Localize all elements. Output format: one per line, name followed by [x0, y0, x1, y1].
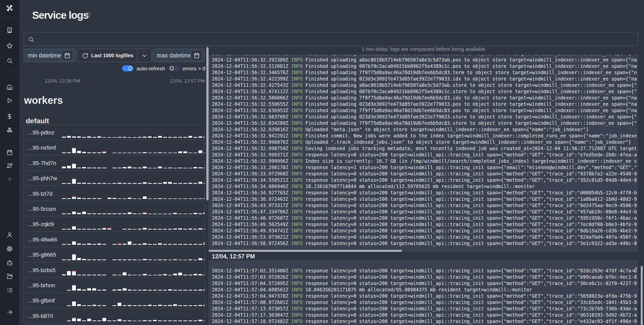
robot-icon[interactable] [0, 259, 19, 266]
worker-name: ...95-pdtnz [28, 129, 54, 136]
worker-activity-sparkline [62, 201, 205, 216]
log-line: 2024-12-04T11:56:34.927765Z INFO respons… [212, 190, 637, 196]
log-line: 2024-12-04T11:56:33.972960Z INFO respons… [212, 171, 637, 177]
log-line: 2024-12-04T11:56:32.506066Z INFO Finishe… [212, 95, 637, 101]
sidebar-divider [0, 72, 19, 72]
sidebar-divider [0, 17, 19, 17]
log-line: 2024-12-04T11:56:49.934741Z INFO respons… [212, 228, 637, 234]
worker-row[interactable]: ...95-zqkt9 [24, 216, 205, 232]
calendar-icon[interactable] [0, 149, 19, 156]
log-line: 2024-12-04T11:57:03.972826Z INFO respons… [212, 274, 637, 280]
log-line: 2024-12-04T11:56:38.972463Z INFO respons… [212, 196, 637, 202]
worker-activity-sparkline [62, 262, 205, 277]
folder-icon[interactable] [0, 273, 19, 280]
worker-row[interactable]: ...95-7hd7n [24, 155, 205, 171]
worker-row[interactable]: ...95-pdtnz [24, 125, 205, 140]
worker-name: ...95-zqkt9 [28, 221, 54, 228]
worker-activity-sparkline [62, 278, 205, 293]
errors-toggle[interactable] [169, 65, 180, 71]
worker-activity-sparkline [62, 186, 205, 201]
star-icon[interactable] [0, 43, 19, 49]
worker-row[interactable]: ...95-5rcsm [24, 201, 205, 216]
log-line: 2024-12-04T11:56:43.973317Z INFO respons… [212, 202, 637, 209]
min-datetime-placeholder: min datetime [28, 52, 61, 59]
log-line: 2024-12-04T11:57:04.947378Z INFO respons… [212, 293, 637, 299]
worker-row[interactable]: ...95-48w66 [24, 232, 205, 247]
list-icon[interactable] [0, 287, 19, 294]
worker-row[interactable]: ...95-bzbs5 [24, 262, 205, 278]
worker-name: ...95-7hd7n [28, 160, 56, 167]
person-icon[interactable] [0, 232, 19, 238]
expand-icon[interactable] [632, 267, 638, 272]
log-line: 2024-12-04T11:56:32.636953Z INFO Finishe… [212, 107, 637, 114]
min-datetime-field[interactable]: min datetime [24, 49, 76, 62]
play-icon[interactable] [0, 97, 19, 104]
log-line: 2024-12-04T11:57:17.363047Z INFO respons… [212, 312, 637, 318]
worker-name: ...95-tzl7d [28, 191, 53, 197]
worker-name: ...95-g8665 [28, 252, 56, 258]
worker-name: ...95-gfbmf [28, 297, 55, 304]
chevron-down-icon[interactable] [141, 53, 147, 59]
calendar-icon [64, 52, 71, 59]
workers-scrollbar[interactable] [206, 47, 209, 200]
worker-name: ...95-bzbs5 [28, 267, 56, 274]
sidebar [0, 0, 19, 325]
logfiles-dropdown[interactable]: Last 1000 logfiles [77, 49, 152, 62]
worker-activity-sparkline [62, 155, 205, 170]
log-delay-notice: 1 min delay: logs are compacted before b… [209, 46, 638, 52]
gear-icon[interactable] [0, 246, 19, 252]
log-horizontal-scrollbar[interactable] [209, 250, 402, 252]
refresh-icon [82, 53, 88, 58]
info-icon[interactable] [85, 12, 91, 17]
max-datetime-field[interactable]: max datetime [152, 49, 205, 62]
worker-list: ...95-pdtnz...95-ns5mf...95-7hd7n...95-p… [24, 125, 205, 323]
log-line: 2024-12-04T11:57:02.351480Z INFO respons… [212, 268, 637, 274]
plus-icon[interactable] [0, 176, 19, 182]
window-scrollbar[interactable] [641, 266, 643, 325]
worker-group-heading: default [26, 117, 49, 125]
dollar-icon[interactable] [0, 113, 19, 120]
windmill-logo[interactable] [0, 3, 19, 13]
worker-activity-sparkline [62, 125, 205, 140]
errors-label: errors > 0 [183, 66, 205, 72]
log-line: 2024-12-04T11:56:32.550655Z INFO Finishe… [212, 101, 637, 107]
log-section-1: 2024-12-04T11:56:32.281073Z INFO Finishe… [209, 55, 638, 252]
home-icon[interactable] [0, 84, 19, 90]
log-line: 2024-12-04T11:56:32.346576Z INFO Finishe… [212, 69, 637, 76]
log-line: 2024-12-04T11:56:32.939816Z INFO Uploade… [212, 126, 637, 133]
log-line: 2024-12-04T11:56:32.996076Z INFO Uploade… [212, 139, 637, 145]
worker-row[interactable]: ...95-g8665 [24, 247, 205, 262]
log-line: 2024-12-04T11:56:48.972687Z INFO respons… [212, 215, 637, 221]
log-section-2-header: 12/04, 12:57 PM [212, 253, 255, 260]
log-line: 2024-12-04T11:56:33.298170Z INFO respons… [212, 164, 637, 171]
worker-row[interactable]: ...95-brhnn [24, 277, 205, 293]
log-line: 2024-12-04T11:56:32.998759Z INFO Saving … [212, 145, 637, 152]
search-input[interactable] [37, 33, 619, 45]
worker-activity-sparkline [62, 171, 205, 186]
log-line: 2024-12-04T11:57:18.972482Z INFO respons… [212, 318, 637, 324]
worker-row[interactable]: ...95-phh7w [24, 170, 205, 186]
worker-activity-sparkline [62, 247, 205, 262]
calendar-icon [193, 52, 200, 59]
cubes-icon[interactable] [0, 127, 19, 133]
max-datetime-calendar-button[interactable] [191, 50, 203, 61]
worker-name: ...95-b87rl [28, 313, 53, 319]
search-icon[interactable] [0, 58, 19, 64]
log-line: 2024-12-04T11:56:32.422399Z INFO Finishe… [212, 76, 637, 82]
worker-name: ...95-ns5mf [28, 145, 56, 151]
log-line: 2024-12-04T11:56:49.562549Z INFO respons… [212, 221, 637, 228]
auto-refresh-toggle[interactable] [122, 65, 133, 71]
worker-row[interactable]: ...95-tzl7d [24, 186, 205, 201]
min-datetime-calendar-button[interactable] [61, 50, 73, 61]
worker-row[interactable]: ...95-ns5mf [24, 140, 205, 155]
worker-row[interactable]: ...95-gfbmf [24, 293, 205, 308]
route-icon[interactable] [0, 162, 19, 169]
log-line: 2024-12-04T11:56:32.834289Z INFO Finishe… [212, 120, 637, 126]
auto-refresh-label: auto-refresh [137, 66, 165, 72]
worker-name: ...95-brhnn [28, 282, 55, 289]
arrow-right-icon[interactable] [0, 309, 19, 315]
range-start-date: 12/04, 12:28 PM [45, 78, 80, 84]
building-icon[interactable] [0, 27, 19, 33]
worker-activity-sparkline [62, 216, 205, 231]
worker-row[interactable]: ...95-b87rl [24, 308, 205, 323]
